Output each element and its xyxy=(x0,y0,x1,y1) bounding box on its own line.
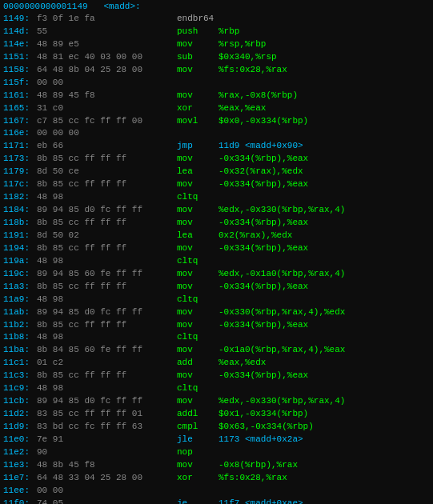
row-mnemonic: jle xyxy=(177,434,219,446)
row-mnemonic: mov xyxy=(177,38,219,51)
row-bytes: 31 c0 xyxy=(37,102,177,115)
row-mnemonic: mov xyxy=(177,459,219,472)
row-bytes: c7 85 cc fc ff ff 00 xyxy=(37,115,177,128)
row-address: 11cb: xyxy=(3,395,37,408)
row-address: 11a3: xyxy=(3,281,37,294)
row-mnemonic: push xyxy=(177,26,219,38)
row-bytes: 8b 85 cc ff ff ff xyxy=(37,281,177,294)
header-label: <madd>: xyxy=(103,2,140,11)
row-address: 1191: xyxy=(3,230,37,242)
table-row: 114e:48 89 e5mov%rsp,%rbp xyxy=(2,38,431,51)
row-address: 114e: xyxy=(3,38,37,51)
row-mnemonic: xor xyxy=(177,102,219,115)
table-row: 11e2:90nop xyxy=(2,446,431,459)
row-mnemonic: add xyxy=(177,357,219,370)
table-row: 1151:48 81 ec 40 03 00 00sub$0x340,%rsp xyxy=(2,51,431,64)
row-bytes: 89 94 85 d0 fc ff ff xyxy=(37,395,177,408)
row-bytes: 90 xyxy=(37,446,177,459)
table-row: 1179:8d 50 celea-0x32(%rax),%edx xyxy=(2,166,431,178)
table-row: 11cb:89 94 85 d0 fc ff ffmov%edx,-0x330(… xyxy=(2,395,431,408)
row-bytes: 8d 50 02 xyxy=(37,230,177,242)
row-address: 11d9: xyxy=(3,421,37,434)
table-row: 114d:55push%rbp xyxy=(2,26,431,38)
table-row: 1173:8b 85 cc ff ff ffmov-0x334(%rbp),%e… xyxy=(2,153,431,166)
row-address: 118b: xyxy=(3,217,37,230)
row-bytes: 8b 85 cc ff ff ff xyxy=(37,217,177,230)
row-bytes: 8b 85 cc ff ff ff xyxy=(37,370,177,382)
row-address: 11e0: xyxy=(3,434,37,446)
row-bytes: 64 48 8b 04 25 28 00 xyxy=(37,64,177,77)
row-mnemonic: cmpl xyxy=(177,421,219,434)
row-address: 1165: xyxy=(3,102,37,115)
row-operand: -0x8(%rbp),%rax xyxy=(219,459,298,472)
table-row: 11e3:48 8b 45 f8mov-0x8(%rbp),%rax xyxy=(2,459,431,472)
row-bytes: 00 00 xyxy=(37,77,177,90)
row-address: 11d2: xyxy=(3,408,37,421)
row-address: 11c3: xyxy=(3,370,37,382)
table-row: 11d9:83 bd cc fc ff ff 63cmpl$0x63,-0x33… xyxy=(2,421,431,434)
row-bytes: 48 98 xyxy=(37,331,177,344)
row-operand: 1173 <madd+0x2a> xyxy=(219,434,303,446)
row-mnemonic: nop xyxy=(177,446,219,459)
row-mnemonic: movl xyxy=(177,115,219,128)
row-bytes: 48 98 xyxy=(37,191,177,204)
row-address: 11b2: xyxy=(3,319,37,332)
row-mnemonic: mov xyxy=(177,153,219,166)
table-row: 1165:31 c0xor%eax,%eax xyxy=(2,102,431,115)
row-address: 1173: xyxy=(3,153,37,166)
row-operand: 11d9 <madd+0x90> xyxy=(219,140,303,153)
row-operand: %rsp,%rbp xyxy=(219,38,266,51)
row-mnemonic: lea xyxy=(177,230,219,242)
row-mnemonic: jmp xyxy=(177,140,219,153)
table-row: 11e7:64 48 33 04 25 28 00xor%fs:0x28,%ra… xyxy=(2,472,431,485)
row-address: 116e: xyxy=(3,127,37,140)
row-bytes: 48 89 45 f8 xyxy=(37,90,177,102)
row-mnemonic: cltq xyxy=(177,294,219,306)
row-operand: %rax,-0x8(%rbp) xyxy=(219,90,298,102)
row-mnemonic: cltq xyxy=(177,331,219,344)
main-container: 0000000000001149 <madd>: 1149:f3 0f 1e f… xyxy=(0,0,433,504)
row-operand: -0x334(%rbp),%eax xyxy=(219,153,308,166)
table-row: 11a9:48 98cltq xyxy=(2,294,431,306)
row-mnemonic: cltq xyxy=(177,255,219,268)
row-mnemonic: mov xyxy=(177,64,219,77)
row-bytes: 89 94 85 d0 fc ff ff xyxy=(37,204,177,217)
row-operand: %edx,-0x1a0(%rbp,%rax,4) xyxy=(219,268,345,281)
table-row: 117c:8b 85 cc ff ff ffmov-0x334(%rbp),%e… xyxy=(2,178,431,191)
table-row: 11c1:01 c2add%eax,%edx xyxy=(2,357,431,370)
row-operand: $0x63,-0x334(%rbp) xyxy=(219,421,314,434)
row-address: 1167: xyxy=(3,115,37,128)
table-row: 1184:89 94 85 d0 fc ff ffmov%edx,-0x330(… xyxy=(2,204,431,217)
row-bytes: 8b 84 85 60 fe ff ff xyxy=(37,344,177,357)
row-operand: %fs:0x28,%rax xyxy=(219,472,287,485)
row-address: 1184: xyxy=(3,204,37,217)
row-address: 115f: xyxy=(3,77,37,90)
table-row: 11c9:48 98cltq xyxy=(2,382,431,395)
table-row: 11ba:8b 84 85 60 fe ff ffmov-0x1a0(%rbp,… xyxy=(2,344,431,357)
row-address: 11ee: xyxy=(3,485,37,498)
row-operand: -0x1a0(%rbp,%rax,4),%eax xyxy=(219,344,345,357)
row-bytes: 8b 85 cc ff ff ff xyxy=(37,153,177,166)
table-row: 119a:48 98cltq xyxy=(2,255,431,268)
row-address: 1161: xyxy=(3,90,37,102)
row-bytes: 83 85 cc ff ff ff 01 xyxy=(37,408,177,421)
row-bytes: 48 98 xyxy=(37,255,177,268)
row-mnemonic: addl xyxy=(177,408,219,421)
row-mnemonic: mov xyxy=(177,319,219,332)
row-operand: -0x334(%rbp),%eax xyxy=(219,281,308,294)
row-operand: -0x334(%rbp),%eax xyxy=(219,242,308,255)
row-mnemonic: endbr64 xyxy=(177,13,219,26)
row-address: 11c9: xyxy=(3,382,37,395)
row-mnemonic: mov xyxy=(177,281,219,294)
row-bytes: 55 xyxy=(37,26,177,38)
row-mnemonic: mov xyxy=(177,90,219,102)
table-row: 11a3:8b 85 cc ff ff ffmov-0x334(%rbp),%e… xyxy=(2,281,431,294)
table-row: 1171:eb 66jmp11d9 <madd+0x90> xyxy=(2,140,431,153)
table-row: 11b8:48 98cltq xyxy=(2,331,431,344)
row-bytes: 83 bd cc fc ff ff 63 xyxy=(37,421,177,434)
row-bytes: 74 05 xyxy=(37,498,177,504)
table-row: 1167:c7 85 cc fc ff ff 00movl$0x0,-0x334… xyxy=(2,115,431,128)
row-operand: $0x340,%rsp xyxy=(219,51,277,64)
row-mnemonic: mov xyxy=(177,395,219,408)
row-address: 1151: xyxy=(3,51,37,64)
